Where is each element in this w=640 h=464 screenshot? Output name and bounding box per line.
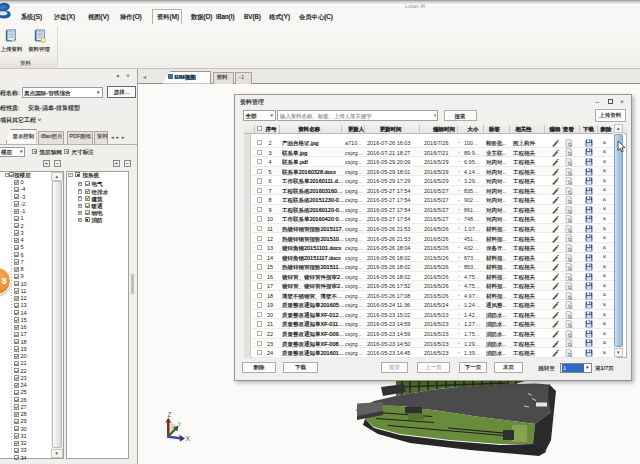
svg-text:Y: Y [178, 421, 182, 427]
svg-text:X: X [186, 435, 191, 442]
svg-text:Z: Z [168, 411, 172, 418]
